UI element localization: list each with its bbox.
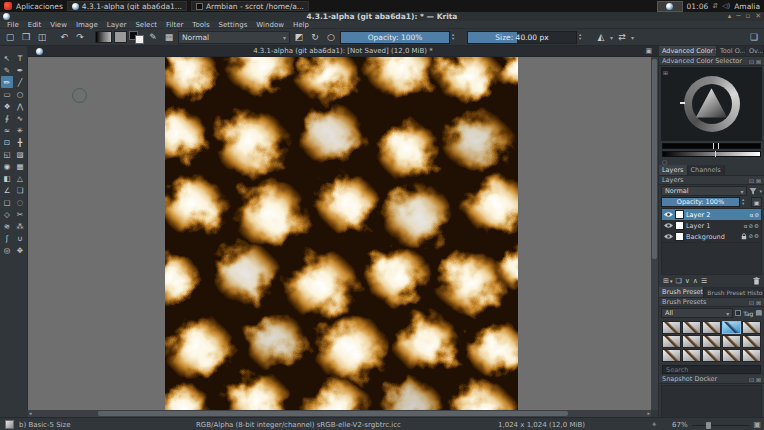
ellipse-tool[interactable]: ○ [14,88,26,100]
tab-overview[interactable]: Ov... [746,46,764,56]
canvas-only-mode-button[interactable]: ▣ [753,420,761,429]
brush-preset-cell[interactable] [682,349,701,362]
brush-preset-cell[interactable] [702,335,721,348]
polyline-tool[interactable]: ⋀ [14,100,26,112]
brush-preset-cell[interactable] [722,335,741,348]
color-history-strip[interactable] [662,143,761,149]
close-docker-icon[interactable]: ⊠ [756,299,761,306]
chevron-down-icon[interactable]: ▾ [670,278,673,284]
bezier-curve-tool[interactable]: ∮ [1,112,13,124]
preset-filter-combo[interactable]: All ▾ [661,308,733,318]
brush-preset-cell[interactable] [662,335,681,348]
elliptical-selection-tool[interactable]: ◌ [14,196,26,208]
fill-tool[interactable]: ◧ [1,172,13,184]
layer-thumbnail[interactable] [675,232,684,241]
advanced-color-selector[interactable]: ⊞ [661,67,762,141]
brush-preset-cell[interactable] [702,321,721,334]
alpha-lock-icon[interactable]: α [750,212,754,218]
freehand-brush-tool[interactable]: ✏ [1,76,13,88]
canvas-texture[interactable] [165,57,518,410]
menu-item[interactable]: Window [252,21,288,29]
edit-brush-settings-button[interactable]: ✎ [146,31,160,44]
float-docker-icon[interactable]: ⊡ [749,177,754,184]
tab-brush-presets[interactable]: Brush Presets [659,287,704,297]
inherit-alpha-icon[interactable]: ⊘ [754,212,759,218]
canvas-vertical-scrollbar[interactable] [651,57,658,410]
layer-properties-gear-icon[interactable]: ⚙ [754,223,759,229]
brush-preset-cell[interactable] [742,349,761,362]
current-brush-thumbnail[interactable] [5,420,14,429]
zoom-tool[interactable]: ◎ [1,244,13,256]
layer-opacity-spinner[interactable]: ▴ ▾ [742,198,749,206]
layer-row-layer2[interactable]: Layer 2 α ⊘ [662,209,761,220]
transform-tool[interactable]: ⊡ [1,136,13,148]
layer-blending-mode-combo[interactable]: Normal ▾ [661,186,747,196]
reload-preset-button[interactable]: ↻ [308,31,322,44]
rectangle-tool[interactable]: ▭ [1,88,13,100]
layer-row-layer1[interactable]: Layer 1 α ⊘ ⚙ [662,220,761,231]
canvas-area[interactable] [28,57,651,410]
layer-opacity-slider[interactable]: Opacity: 100% [661,197,740,207]
move-tool[interactable]: ╋ [14,136,26,148]
zoom-slider-handle[interactable] [706,422,711,429]
layer-properties-gear-icon[interactable]: ⚙ [754,233,759,240]
scrollbar-thumb[interactable] [652,59,657,259]
tray-krita-button[interactable] [657,1,683,12]
menu-item[interactable]: File [3,21,23,29]
layer-row-background[interactable]: Background ⊘ ⚙ [662,231,761,242]
brush-size-slider[interactable]: Size: 40.00 px [467,31,577,44]
multibrush-tool[interactable]: ✳ [14,124,26,136]
scroll-right-icon[interactable]: ▸ [647,410,650,417]
scrollbar-thumb[interactable] [98,411,568,416]
preset-display-mode-icon[interactable]: ▤ [755,309,762,317]
blending-mode-combo[interactable]: Normal ▾ [178,31,290,44]
menu-item[interactable]: Edit [24,21,46,29]
color-wheel[interactable] [684,76,740,132]
tab-advanced-color-selector[interactable]: Advanced Color S... [659,46,717,56]
chevron-down-icon[interactable]: ▾ [610,34,613,41]
visibility-eye-icon[interactable] [664,211,673,218]
zoom-percentage[interactable]: 67% [672,421,688,429]
wrap-around-mode-button[interactable]: ⇄ [615,31,629,44]
redo-button[interactable]: ↷ [73,31,87,44]
canvas-horizontal-scrollbar[interactable]: ◂ ▸ [28,410,651,417]
calligraphy-tool[interactable]: ✒ [14,64,26,76]
brush-preset-cell[interactable] [682,335,701,348]
lightness-strip[interactable] [662,151,761,157]
float-docker-icon[interactable]: ⊡ [749,299,754,306]
similar-color-selection-tool[interactable]: ≋ [1,220,13,232]
brush-size-spinner[interactable]: ▴ ▾ [579,33,586,41]
user-menu[interactable]: Amalia [734,2,760,11]
preset-search-input[interactable] [662,365,761,374]
menu-item[interactable]: Filter [162,21,187,29]
line-tool[interactable]: ╱ [14,76,26,88]
opacity-spinner[interactable]: ▴ ▾ [452,33,459,41]
open-document-button[interactable]: ❒ [19,31,33,44]
new-document-button[interactable]: ▢ [3,31,17,44]
polygon-tool[interactable]: ❖ [1,100,13,112]
volume-icon[interactable]: ◁) [722,2,730,10]
chevron-down-icon[interactable]: ▾ [759,188,762,194]
distro-logo-icon[interactable] [4,2,12,10]
minimize-button[interactable]: ─ [736,12,740,21]
pan-tool[interactable]: ✥ [14,244,26,256]
applications-menu[interactable]: Aplicaciones [16,2,63,11]
gradient-chooser-button[interactable] [95,31,112,43]
close-button[interactable]: ✕ [755,12,761,21]
duplicate-layer-button[interactable]: ❏ [675,277,681,285]
magnetic-selection-tool[interactable]: ∪ [14,232,26,244]
menu-item[interactable]: Select [131,21,161,29]
maximize-button[interactable]: ▫ [745,12,750,21]
menu-item[interactable]: View [46,21,71,29]
float-docker-icon[interactable]: ⊡ [749,58,754,65]
brush-preset-cell[interactable] [702,349,721,362]
brush-preset-cell[interactable] [722,321,741,334]
move-layer-down-button[interactable]: ∨ [685,277,690,285]
brush-preset-cell[interactable] [662,349,681,362]
brush-preset-cell[interactable] [742,321,761,334]
inherit-alpha-icon[interactable]: ⊘ [748,223,753,229]
brush-presets-header[interactable]: Brush Presets ⊡ ⊠ [659,298,764,307]
color-history-icon[interactable]: ○ [662,158,667,165]
close-docker-icon[interactable]: ⊠ [756,58,761,65]
eraser-mode-button[interactable]: ◩ [292,31,306,44]
